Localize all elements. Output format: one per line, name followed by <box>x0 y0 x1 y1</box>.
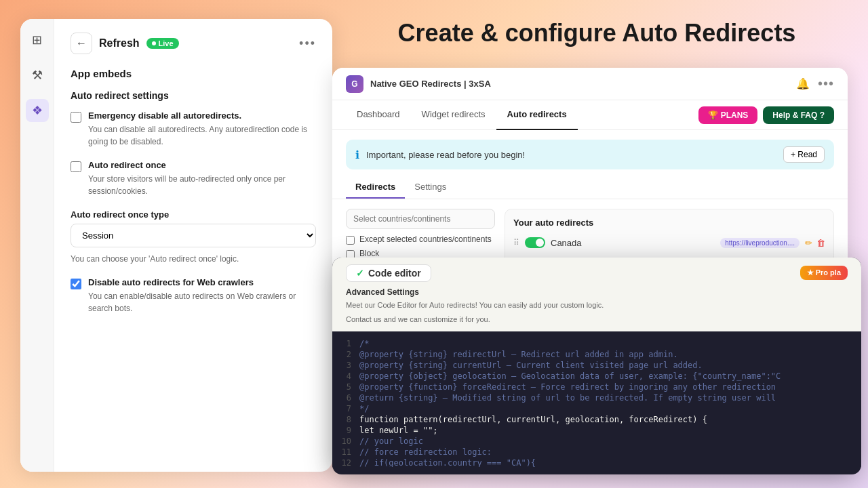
web-crawlers-item: Disable auto redirects for Web crawlers … <box>71 277 316 314</box>
bell-icon[interactable]: 🔔 <box>796 77 810 90</box>
country-canada: Canada <box>551 238 715 248</box>
line-num-5: 5 <box>332 382 359 392</box>
line-code-3: @property {string} currentUrl – Current … <box>359 361 703 370</box>
line-code-7: */ <box>359 404 369 413</box>
grid-nav-icon[interactable]: ⊞ <box>26 28 49 52</box>
code-editor-badge: ✓ Code editor <box>346 264 431 282</box>
panel-title: Refresh <box>99 37 140 49</box>
line-num-4: 4 <box>332 371 359 381</box>
back-button[interactable]: ← <box>71 33 92 54</box>
app-logo: G <box>346 75 363 93</box>
line-num-8: 8 <box>332 415 359 424</box>
row-actions-canada: ✏ 🗑 <box>805 238 825 248</box>
apps-nav-icon[interactable]: ❖ <box>26 99 49 122</box>
code-line-12: 12 // if(geolocation.country === "CA"){ <box>332 458 861 467</box>
line-num-3: 3 <box>332 361 359 370</box>
code-line-4: 4 @property {object} geolocation – Geolo… <box>332 371 861 382</box>
drag-handle-canada[interactable]: ⠿ <box>513 238 519 247</box>
code-editor-desc2: Contact us and we can customize it for y… <box>346 314 848 325</box>
code-editor-subtitle: Advanced Settings <box>346 287 848 297</box>
code-line-1: 1 /* <box>332 338 861 349</box>
code-line-2: 2 @property {string} redirectUrl – Redir… <box>332 349 861 360</box>
except-checkbox[interactable] <box>346 236 355 245</box>
toggle-canada[interactable] <box>525 237 545 248</box>
type-field-desc: You can choose your 'Auto redirect once'… <box>71 253 316 265</box>
sub-tab-redirects[interactable]: Redirects <box>346 176 405 199</box>
code-editor-title-row: ✓ Code editor <box>346 264 848 282</box>
edit-canada-icon[interactable]: ✏ <box>805 238 812 248</box>
delete-canada-icon[interactable]: 🗑 <box>816 238 825 248</box>
app-header: G Native GEO Redirects | 3xSA 🔔 ••• <box>332 68 848 100</box>
tab-auto-redirects[interactable]: Auto redirects <box>496 100 578 130</box>
nav-right-buttons: 🏆 PLANS Help & FAQ ? <box>698 106 834 124</box>
line-code-12: // if(geolocation.country === "CA"){ <box>359 458 536 467</box>
line-code-5: @property {function} forceRedirect – For… <box>359 382 776 392</box>
code-line-3: 3 @property {string} currentUrl – Curren… <box>332 360 861 371</box>
app-embeds-title: App embeds <box>71 68 316 79</box>
web-crawlers-checkbox[interactable] <box>71 279 81 289</box>
tools-nav-icon[interactable]: ⚒ <box>26 64 49 87</box>
more-options-button[interactable]: ••• <box>299 37 316 51</box>
app-logo-text: G <box>351 79 357 89</box>
more-menu-icon[interactable]: ••• <box>818 76 834 92</box>
block-label: Block <box>359 249 446 258</box>
line-code-10: // your logic <box>359 436 423 446</box>
line-num-9: 9 <box>332 426 359 435</box>
url-badge-canada: https://liveproduction.... <box>720 238 800 248</box>
line-num-6: 6 <box>332 393 359 403</box>
code-body: 1 /* 2 @property {string} redirectUrl – … <box>332 331 861 467</box>
line-num-2: 2 <box>332 350 359 359</box>
emergency-disable-desc: You can disable all autoredirects. Any a… <box>88 123 316 148</box>
icon-sidebar: ⊞ ⚒ ❖ <box>20 19 54 472</box>
app-header-right: 🔔 ••• <box>796 76 834 92</box>
auto-redirect-once-item: Auto redirect once Your store visitors w… <box>71 160 316 197</box>
info-banner: ℹ Important, please read before you begi… <box>346 140 834 169</box>
line-code-9: let newUrl = ""; <box>359 426 438 435</box>
type-select[interactable]: Session <box>71 224 316 247</box>
plans-button[interactable]: 🏆 PLANS <box>698 106 758 124</box>
line-num-7: 7 <box>332 404 359 413</box>
line-num-12: 12 <box>332 458 359 467</box>
line-num-1: 1 <box>332 339 359 348</box>
code-line-10: 10 // your logic <box>332 436 861 447</box>
line-code-11: // force redirection logic: <box>359 447 492 457</box>
pro-badge[interactable]: ★ Pro pla <box>800 266 848 280</box>
line-code-8: function pattern(redirectUrl, currentUrl… <box>359 415 707 424</box>
live-badge: Live <box>146 38 179 49</box>
live-dot <box>152 41 156 45</box>
info-banner-text: Important, please read before you begin! <box>366 150 525 160</box>
code-line-8: 8 function pattern(redirectUrl, currentU… <box>332 414 861 425</box>
except-checkbox-row: Except selected countries/continents <box>346 235 495 245</box>
nav-tabs: Dashboard Widget redirects Auto redirect… <box>332 100 848 130</box>
country-select-input[interactable] <box>346 209 495 229</box>
live-label: Live <box>159 39 174 47</box>
info-icon: ℹ <box>355 148 359 161</box>
auto-redirect-once-label: Auto redirect once <box>88 160 316 170</box>
check-icon: ✓ <box>356 268 364 279</box>
sub-tabs: Redirects Settings <box>332 176 848 199</box>
line-code-6: @return {string} – Modified string of ur… <box>359 393 776 403</box>
tab-widget-redirects[interactable]: Widget redirects <box>411 100 496 130</box>
except-label: Except selected countries/continents <box>359 235 492 244</box>
help-button[interactable]: Help & FAQ ? <box>763 106 834 124</box>
read-btn-label: + Read <box>791 150 817 159</box>
redirect-row-canada: ⠿ Canada https://liveproduction.... ✏ 🗑 <box>513 235 825 251</box>
line-code-2: @property {string} redirectUrl – Redirec… <box>359 350 678 359</box>
code-line-9: 9 let newUrl = ""; <box>332 425 861 436</box>
page-hero-title: Create & configure Auto Redirects <box>339 19 854 47</box>
code-editor-badge-label: Code editor <box>368 268 421 279</box>
read-button[interactable]: + Read <box>783 146 825 163</box>
sub-tab-settings[interactable]: Settings <box>405 176 456 199</box>
tab-dashboard[interactable]: Dashboard <box>346 100 411 130</box>
code-line-11: 11 // force redirection logic: <box>332 447 861 458</box>
web-crawlers-label: Disable auto redirects for Web crawlers <box>88 277 316 287</box>
type-field-label: Auto redirect once type <box>71 209 316 220</box>
line-num-11: 11 <box>332 447 359 457</box>
top-bar: ← Refresh Live ••• <box>71 33 316 54</box>
code-line-7: 7 */ <box>332 403 861 414</box>
code-editor-header: ✓ Code editor Advanced Settings Meet our… <box>332 258 861 331</box>
auto-redirects-title: Your auto redirects <box>513 218 825 228</box>
auto-redirect-once-checkbox[interactable] <box>71 161 81 172</box>
emergency-disable-checkbox[interactable] <box>71 112 81 123</box>
code-editor-desc1: Meet our Code Editor for Auto redirects!… <box>346 300 848 311</box>
